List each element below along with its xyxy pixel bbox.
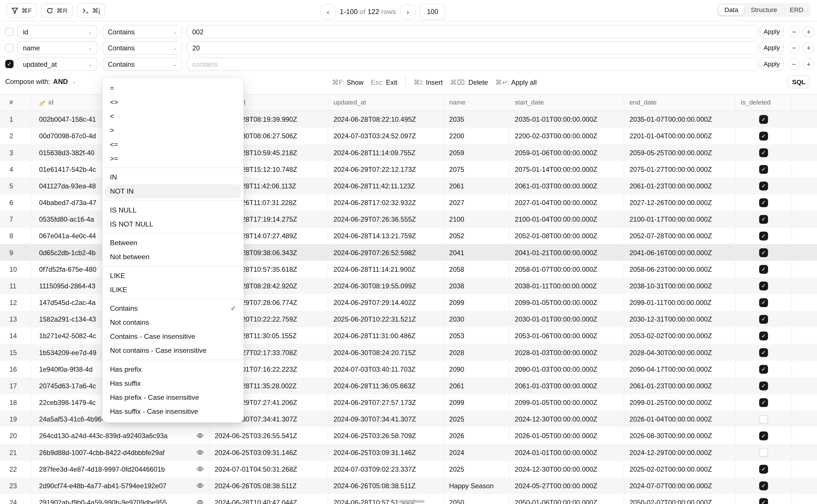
is-deleted-checkbox[interactable]: ✓ [759,331,768,340]
is-deleted-checkbox[interactable]: ✓ [759,265,768,273]
prev-page-button[interactable]: ‹ [321,4,336,19]
filter-operator-select-3[interactable]: Contains⌄ [102,57,182,71]
filter-value-input-2[interactable] [186,41,758,55]
filter-operator-select-2[interactable]: Contains⌄ [102,41,182,55]
menu-item-contains-case-insensitive[interactable]: Contains - Case insensitive [105,330,241,344]
menu-item--[interactable]: < [105,109,241,123]
add-filter-button-3[interactable]: + [803,58,814,70]
add-filter-button-2[interactable]: + [803,42,814,54]
filter-value-input-3[interactable] [186,57,758,71]
is-deleted-checkbox[interactable]: ✓ [759,131,768,140]
cell-updated-at: 2024-06-28T14:13:21.759Z [328,227,444,244]
menu-item--[interactable]: <> [105,95,241,109]
sql-button[interactable]: SQL [788,76,810,88]
menu-item-not-in[interactable]: NOT IN [105,184,241,198]
cell-updated-at: 2024-06-25T03:09:31.146Z [328,444,444,460]
menu-item--[interactable]: >= [105,151,241,166]
tab-erd[interactable]: ERD [783,4,810,16]
next-page-button[interactable]: › [400,4,415,19]
refresh-button[interactable]: ⌘R [41,3,73,18]
filter-field-select-1[interactable]: id⌄ [17,25,97,38]
is-deleted-checkbox[interactable]: ✓ [759,181,768,190]
is-deleted-checkbox[interactable]: ✓ [759,165,768,174]
is-deleted-checkbox[interactable] [759,415,768,424]
is-deleted-checkbox[interactable]: ✓ [759,148,768,157]
is-deleted-checkbox[interactable]: ✓ [759,481,768,490]
menu-item-not-contains[interactable]: Not contains [105,315,241,329]
is-deleted-checkbox[interactable]: ✓ [759,381,768,390]
apply-button-3[interactable]: Apply [760,57,784,71]
is-deleted-checkbox[interactable]: ✓ [759,431,768,440]
filter-checkbox-1[interactable] [5,27,13,36]
remove-filter-button-2[interactable]: − [788,42,800,54]
filter-field-select-3[interactable]: updated_at⌄ [17,57,97,71]
column-header-name[interactable]: name [444,95,510,111]
menu-item-is-null[interactable]: IS NULL [105,203,241,217]
menu-item-has-prefix-case-insensitive[interactable]: Has prefix - Case insensitive [105,390,241,404]
row-number: 5 [0,178,31,194]
menu-item-like[interactable]: LIKE [105,269,241,283]
cell-name: Happy Season [444,477,510,494]
filter-value-input-1[interactable] [186,25,758,38]
menu-item--[interactable]: <= [105,137,241,151]
menu-item-is-not-null[interactable]: IS NOT NULL [105,217,241,231]
is-deleted-checkbox[interactable]: ✓ [759,315,768,324]
terminal-button[interactable]: ⌘j [77,3,105,18]
is-deleted-checkbox[interactable]: ✓ [759,298,768,307]
is-deleted-checkbox[interactable]: ✓ [759,464,768,473]
apply-button-2[interactable]: Apply [760,41,784,55]
table-row[interactable]: 23 2d90cf74-e48b-4a77-ab41-5794ee192e07 … [0,477,817,494]
menu-item-has-suffix[interactable]: Has suffix [105,376,241,390]
horizontal-scrollbar-thumb[interactable] [398,500,425,503]
menu-item-has-prefix[interactable]: Has prefix [105,362,241,376]
eye-icon[interactable] [196,482,203,489]
apply-button-1[interactable]: Apply [760,25,784,38]
filter-button[interactable]: ⌘F [6,3,37,18]
menu-item-has-suffix-case-insensitive[interactable]: Has suffix - Case insensitive [105,404,241,418]
filter-checkbox-2[interactable] [5,44,13,52]
column-header-end-date[interactable]: end_date [624,95,736,111]
filter-operator-select-1[interactable]: Contains⌄ [102,25,182,38]
eye-icon[interactable] [196,465,203,473]
is-deleted-checkbox[interactable]: ✓ [759,498,768,504]
menu-item-in[interactable]: IN [105,170,241,184]
is-deleted-checkbox[interactable] [759,448,768,457]
is-deleted-checkbox[interactable]: ✓ [759,281,768,290]
table-row[interactable]: 21 26b9d88d-1007-4cbb-8422-d4dbbbfe29af … [0,444,817,460]
page-size-input[interactable] [419,4,445,20]
remove-filter-button-1[interactable]: − [788,26,800,38]
filter-checkbox-3[interactable]: ✓ [5,60,13,68]
menu-item-contains[interactable]: Contains✓ [105,301,241,315]
menu-item-between[interactable]: Between [105,236,241,250]
table-row[interactable]: 20 264cd130-a24d-443c-839d-a92403a6c93a … [0,427,817,444]
is-deleted-checkbox[interactable]: ✓ [759,198,768,207]
table-row[interactable]: 22 287fee3d-4e87-4d18-9997-0fd20446601b … [0,461,817,477]
add-filter-button-1[interactable]: + [803,26,814,38]
column-header-is-deleted[interactable]: is_deleted [736,95,792,111]
tab-structure[interactable]: Structure [745,4,783,16]
cell-filler [792,444,817,460]
eye-icon[interactable] [196,499,203,504]
menu-item--[interactable]: = [105,81,241,95]
column-header-updated-at[interactable]: updated_at [328,95,444,111]
row-number: 24 [0,494,31,504]
is-deleted-checkbox[interactable]: ✓ [759,348,768,357]
is-deleted-checkbox[interactable]: ✓ [759,365,768,373]
eye-icon[interactable] [196,432,203,439]
is-deleted-checkbox[interactable]: ✓ [759,248,768,257]
is-deleted-checkbox[interactable]: ✓ [759,115,768,124]
is-deleted-checkbox[interactable]: ✓ [759,231,768,240]
is-deleted-checkbox[interactable]: ✓ [759,215,768,224]
is-deleted-checkbox[interactable]: ✓ [759,398,768,407]
filter-row-3: ✓ updated_at⌄ Contains⌄ Apply − + [0,57,13,71]
column-header-start-date[interactable]: start_date [510,95,625,111]
compose-with-select[interactable]: Compose with: AND ⌄ [5,78,76,85]
menu-item-not-contains-case-insensitive[interactable]: Not contains - Case insensitive [105,344,241,358]
menu-item--[interactable]: > [105,123,241,137]
menu-item-not-between[interactable]: Not between [105,250,241,264]
eye-icon[interactable] [196,449,203,456]
tab-data[interactable]: Data [718,4,745,16]
menu-item-ilike[interactable]: ILIKE [105,283,241,297]
filter-field-select-2[interactable]: name⌄ [17,41,97,55]
remove-filter-button-3[interactable]: − [788,58,800,70]
